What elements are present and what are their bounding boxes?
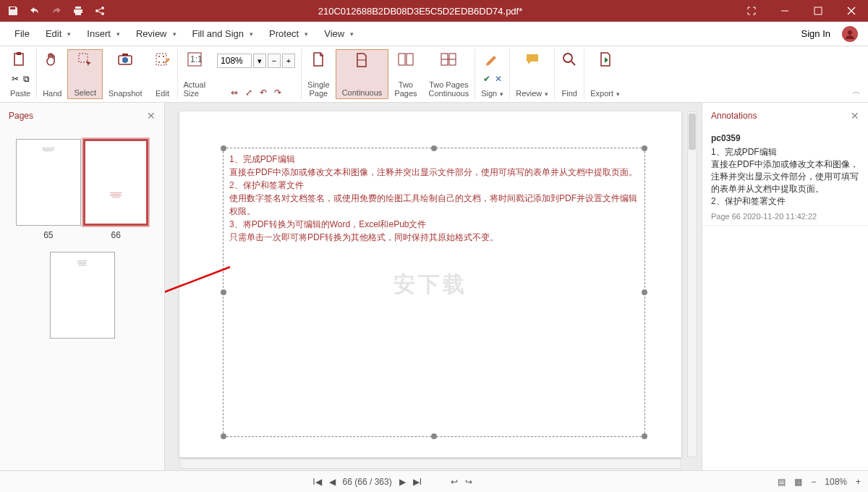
maximize-icon[interactable] xyxy=(801,0,835,22)
collapse-ribbon-icon[interactable]: ︿ xyxy=(852,85,861,98)
resize-handle[interactable] xyxy=(221,433,226,439)
page-view[interactable]: 安下载 1、完成PDF编辑 直接在PDF中添加或修改文本和图像，注释并突出显示文… xyxy=(179,111,681,457)
two-pages-continuous-button[interactable]: Two Pages Continuous xyxy=(423,49,476,99)
continuous-button[interactable]: Continuous xyxy=(336,49,389,99)
zoom-out-button[interactable]: − xyxy=(268,54,281,68)
first-page-icon[interactable]: I◀ xyxy=(312,477,321,487)
snapshot-button[interactable]: Snapshot xyxy=(103,49,148,99)
title-bar: 210C012688B2DB08D3E5C5D2EDB6DD74.pdf* xyxy=(0,0,868,22)
redo-icon[interactable] xyxy=(51,5,62,17)
thumbnail-67[interactable]: ▬▬ ▬ ▬▬ ▬▬▬▬ ▬▬▬ ▬▬ ▬▬▬▬▬▬▬▬ xyxy=(50,252,115,343)
next-page-icon[interactable]: ▶ xyxy=(399,477,406,487)
svg-rect-6 xyxy=(17,52,21,55)
single-page-button[interactable]: Single Page xyxy=(302,49,336,99)
svg-rect-10 xyxy=(122,54,128,56)
export-button[interactable]: Export xyxy=(584,49,626,99)
two-pages-button[interactable]: Two Pages xyxy=(388,49,422,99)
actual-size-button[interactable]: 1:1 Actual Size xyxy=(178,49,212,99)
resize-handle[interactable] xyxy=(642,145,647,151)
zoom-in-button[interactable]: + xyxy=(282,54,295,68)
svg-point-15 xyxy=(163,62,164,63)
resize-handle[interactable] xyxy=(642,433,647,439)
resize-handle[interactable] xyxy=(221,289,226,295)
menu-review[interactable]: Review xyxy=(129,25,184,42)
thumbnail-66[interactable]: ▬▬▬▬▬▬▬▬▬▬▬▬▬▬▬▬▬▬▬▬▬▬▬▬▬▬▬▬ 66 xyxy=(83,139,148,240)
minimize-icon[interactable] xyxy=(768,0,801,22)
continuous-icon xyxy=(353,51,370,69)
sign-button[interactable]: ✔✕ Sign xyxy=(475,49,510,99)
svg-point-13 xyxy=(163,56,164,57)
zoom-input[interactable] xyxy=(217,54,252,68)
window-title: 210C012688B2DB08D3E5C5D2EDB6DD74.pdf* xyxy=(106,6,735,17)
menu-edit[interactable]: Edit xyxy=(38,25,78,42)
select-icon xyxy=(77,51,94,69)
annotations-panel: Annotations ✕ pc0359 1、完成PDF编辑 直接在PDF中添加… xyxy=(702,103,868,470)
share-icon[interactable] xyxy=(94,5,106,17)
document-area: 安下载 1、完成PDF编辑 直接在PDF中添加或修改文本和图像，注释并突出显示文… xyxy=(165,103,702,470)
fit-width-icon[interactable]: ⇔ xyxy=(231,88,238,98)
last-page-icon[interactable]: ▶I xyxy=(413,477,422,487)
zoom-dropdown[interactable]: ▾ xyxy=(253,54,266,68)
find-button[interactable]: Find xyxy=(555,49,584,99)
sign-in-button[interactable]: Sign In xyxy=(796,25,836,42)
zoom-out-status[interactable]: − xyxy=(811,477,816,487)
edit-button[interactable]: Edit xyxy=(148,49,178,99)
annotation-item[interactable]: pc0359 1、完成PDF编辑 直接在PDF中添加或修改文本和图像，注释并突出… xyxy=(702,129,868,226)
pages-close-icon[interactable]: ✕ xyxy=(147,110,156,122)
menu-insert[interactable]: Insert xyxy=(80,25,127,42)
resize-handle[interactable] xyxy=(431,433,437,439)
prev-page-icon[interactable]: ◀ xyxy=(329,477,336,487)
two-pages-continuous-icon xyxy=(440,51,457,68)
resize-handle[interactable] xyxy=(431,145,437,151)
zoom-label: 108% xyxy=(825,477,847,487)
select-button[interactable]: Select xyxy=(67,49,103,99)
layout-icon-2[interactable]: ▦ xyxy=(794,477,802,487)
svg-point-9 xyxy=(122,57,128,63)
svg-point-0 xyxy=(101,7,104,9)
menu-fill-sign[interactable]: Fill and Sign xyxy=(185,25,261,42)
copy-icon[interactable]: ⧉ xyxy=(23,74,30,84)
annotations-close-icon[interactable]: ✕ xyxy=(851,110,859,122)
rotate-left-icon[interactable]: ↶ xyxy=(260,88,267,98)
actual-size-icon: 1:1 xyxy=(186,51,203,68)
layout-icon-1[interactable]: ▤ xyxy=(778,477,786,487)
save-icon[interactable] xyxy=(7,5,19,17)
annotations-title: Annotations xyxy=(711,111,757,121)
svg-point-14 xyxy=(158,62,160,63)
vertical-scrollbar[interactable] xyxy=(687,111,697,457)
find-icon xyxy=(561,51,578,68)
cut-icon[interactable]: ✂ xyxy=(12,74,19,84)
export-icon xyxy=(597,51,614,68)
resize-handle[interactable] xyxy=(642,289,647,295)
text-content[interactable]: 1、完成PDF编辑 直接在PDF中添加或修改文本和图像，注释并突出显示文件部分，… xyxy=(224,148,644,248)
horizontal-scrollbar[interactable] xyxy=(179,459,681,469)
page-forward-icon[interactable]: ↪ xyxy=(465,477,472,487)
print-icon[interactable] xyxy=(72,5,84,17)
undo-icon[interactable] xyxy=(29,5,41,17)
svg-point-1 xyxy=(95,9,98,12)
edit-icon xyxy=(154,51,171,68)
menu-file[interactable]: File xyxy=(7,25,37,42)
page-back-icon[interactable]: ↩ xyxy=(451,477,458,487)
hand-button[interactable]: Hand xyxy=(37,49,67,99)
rotate-right-icon[interactable]: ↷ xyxy=(274,88,281,98)
check-icon[interactable]: ✔ xyxy=(483,74,490,84)
zoom-in-status[interactable]: + xyxy=(856,477,861,487)
fit-page-icon[interactable]: ⤢ xyxy=(245,88,252,98)
svg-rect-18 xyxy=(399,54,405,65)
text-box[interactable]: 1、完成PDF编辑 直接在PDF中添加或修改文本和图像，注释并突出显示文件部分，… xyxy=(223,148,645,437)
fullscreen-icon[interactable] xyxy=(735,0,768,22)
ribbon: ✂⧉ Paste Hand Select Snapshot Edit 1:1 A… xyxy=(0,46,868,103)
resize-handle[interactable] xyxy=(221,145,226,151)
avatar[interactable] xyxy=(842,26,858,42)
page-indicator[interactable]: 66 (66 / 363) xyxy=(343,477,392,487)
paste-group[interactable]: ✂⧉ Paste xyxy=(4,49,37,99)
cross-icon[interactable]: ✕ xyxy=(495,74,502,84)
close-icon[interactable] xyxy=(835,0,868,22)
menu-protect[interactable]: Protect xyxy=(262,25,315,42)
thumbnail-65[interactable]: ▬▬▬ ▬▬ ▬▬▬▬▬ ▬▬▬ ▬▬▬▬▬▬ ▬▬ 65 xyxy=(16,139,81,240)
menu-view[interactable]: View xyxy=(317,25,361,42)
review-button[interactable]: Review xyxy=(510,49,555,99)
menu-bar: File Edit Insert Review Fill and Sign Pr… xyxy=(0,22,868,46)
single-page-icon xyxy=(310,51,327,68)
